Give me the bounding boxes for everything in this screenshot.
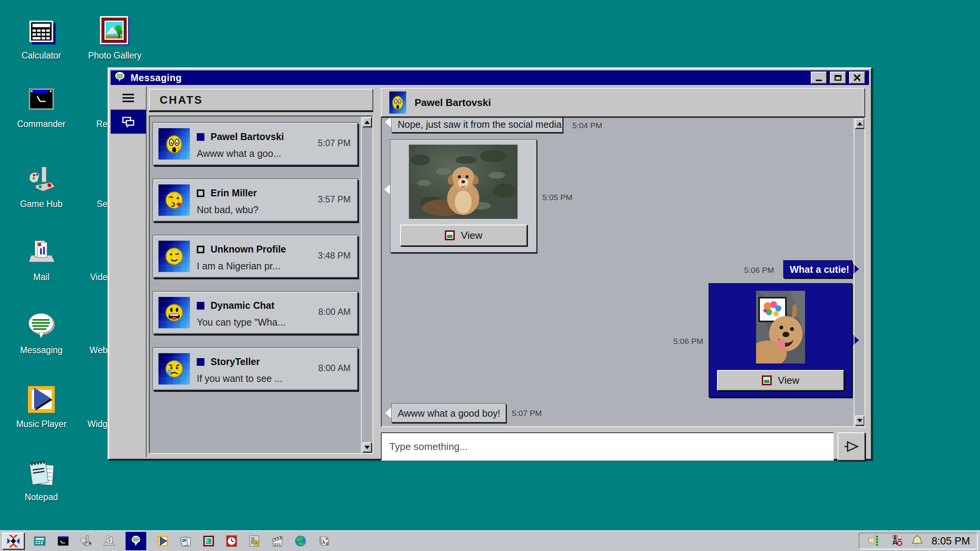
desktop-icon-notepad[interactable]: Notepad	[11, 457, 72, 502]
messages-scrollbar[interactable]	[854, 118, 864, 426]
scroll-down-button[interactable]	[363, 442, 372, 452]
chat-preview: Not bad, wbu?	[197, 204, 258, 215]
messaging-window: Messaging CHATS Pawel Bartovski Awww wha…	[108, 67, 872, 460]
chat-list: Pawel Bartovski Awww what a goo... 5:07 …	[149, 116, 373, 454]
antenna-offline-icon[interactable]	[889, 534, 903, 548]
minimize-button[interactable]	[811, 72, 827, 84]
message-text: Nope, just saw it from the social media.	[398, 119, 564, 130]
chat-time: 5:07 PM	[318, 138, 351, 148]
message-timestamp: 5:06 PM	[736, 266, 774, 275]
unread-indicator	[197, 133, 204, 141]
golden-retriever-outdoors-photo	[409, 145, 518, 219]
desktop-icon-label: Mail	[33, 272, 49, 282]
scroll-up-button[interactable]	[855, 119, 864, 129]
taskbar-icon-terminal[interactable]	[57, 535, 70, 548]
taskbar-icon-notepad[interactable]	[179, 535, 192, 548]
menu-button[interactable]	[111, 86, 146, 110]
desktop-icon-label: Re	[84, 119, 108, 129]
desktop-icon-commander[interactable]: Commander	[11, 84, 72, 129]
play-icon	[26, 384, 57, 415]
chat-item-erin-miller[interactable]: Erin Miller Not bad, wbu? 3:57 PM	[153, 179, 358, 222]
speaker-icon[interactable]	[866, 534, 881, 548]
view-button-label: View	[778, 375, 799, 386]
taskbar-icon-video-recorder[interactable]: 321	[271, 535, 284, 548]
unread-indicator	[197, 358, 204, 366]
taskbar: 321 λ# 8:05 PM	[0, 530, 980, 551]
view-image-button[interactable]: View	[400, 225, 527, 246]
taskbar-icon-clock[interactable]	[225, 535, 238, 548]
scared-face-avatar	[158, 128, 190, 160]
desktop-icon-messaging[interactable]: Messaging	[11, 310, 72, 355]
kiss-face-avatar	[158, 184, 190, 216]
chats-header: CHATS	[149, 89, 373, 111]
message-timestamp: 5:07 PM	[512, 409, 542, 418]
window-title-icon	[114, 71, 126, 84]
message-bubble-sent: What a cutie!	[783, 260, 852, 278]
desktop-icon-photo-gallery[interactable]: Photo Gallery	[84, 15, 145, 61]
send-button[interactable]	[838, 432, 865, 461]
message-input-bar	[381, 432, 865, 461]
taskbar-icon-game-hub[interactable]	[80, 535, 93, 548]
joystick-icon	[26, 164, 57, 195]
scroll-down-button[interactable]	[855, 416, 864, 425]
taskbar-icon-mail[interactable]	[103, 535, 116, 548]
calculator-icon	[26, 15, 57, 47]
desktop-icon-label: Music Player	[16, 419, 67, 429]
dice-lambda-glyph: λ	[322, 539, 325, 545]
cry-face-avatar	[158, 353, 190, 385]
message-text: What a cutie!	[790, 264, 849, 275]
chat-item-unknown-profile[interactable]: Unknown Profile I am a Nigerian pr... 3:…	[153, 235, 358, 278]
message-bubble-image-received: View	[390, 139, 537, 253]
chat-list-scrollbar[interactable]	[361, 116, 372, 453]
message-bubble-received: Awww what a good boy!	[391, 403, 506, 422]
desktop-icon-label: Web	[84, 345, 108, 355]
desktop-icon-mail[interactable]: Mail	[11, 237, 72, 282]
window-titlebar[interactable]: Messaging	[111, 70, 869, 85]
message-input[interactable]	[381, 432, 834, 461]
picture-icon	[445, 230, 455, 240]
taskbar-icon-photo-gallery[interactable]	[202, 535, 215, 548]
taskbar-icon-dice[interactable]: λ#	[317, 535, 330, 548]
start-button[interactable]	[2, 533, 24, 549]
chat-preview: Awww what a goo...	[197, 148, 281, 159]
taskbar-icon-web-browser[interactable]	[294, 535, 307, 548]
chat-item-dynamic-chat[interactable]: Dynamic Chat You can type "Wha... 8:00 A…	[153, 291, 358, 334]
chat-time: 8:00 AM	[318, 363, 351, 373]
framed-picture-icon	[99, 15, 131, 47]
desktop-icon-label: Vide	[84, 272, 108, 282]
taskbar-icons: 321 λ#	[34, 532, 330, 550]
scroll-up-button[interactable]	[363, 117, 372, 127]
message-area: Nope, just saw it from the social media.…	[381, 117, 865, 427]
chats-nav-button[interactable]	[111, 110, 146, 134]
desktop-icon-label: Messaging	[20, 345, 62, 355]
desktop-icon-calculator[interactable]: Calculator	[11, 15, 72, 61]
chat-name: Erin Miller	[211, 187, 257, 199]
chat-item-storyteller[interactable]: StoryTeller If you want to see ... 8:00 …	[153, 347, 358, 390]
desktop-icon-music-player[interactable]: Music Player	[11, 384, 72, 429]
view-image-button[interactable]: View	[717, 370, 844, 391]
contact-name: Pawel Bartovski	[415, 97, 491, 109]
wink-face-avatar	[158, 241, 190, 272]
close-button[interactable]	[849, 72, 865, 84]
taskbar-icon-messaging-active[interactable]	[126, 532, 146, 550]
taskbar-icon-settings[interactable]	[248, 535, 261, 548]
view-button-label: View	[461, 230, 482, 241]
read-indicator	[197, 246, 204, 253]
desktop-icon-game-hub[interactable]: Game Hub	[11, 164, 72, 209]
bell-icon[interactable]	[911, 534, 924, 548]
chat-item-pawel-bartovski[interactable]: Pawel Bartovski Awww what a goo... 5:07 …	[153, 122, 358, 165]
chat-time: 3:57 PM	[318, 194, 351, 205]
dice-hash-glyph: #	[326, 541, 328, 546]
chat-time: 3:48 PM	[318, 251, 351, 261]
chat-name: Pawel Bartovski	[211, 131, 284, 142]
read-indicator	[197, 189, 204, 197]
desktop-icon-label: Game Hub	[20, 199, 62, 209]
arrow-up-icon	[364, 121, 370, 124]
taskbar-icon-calculator[interactable]	[34, 535, 47, 548]
arrow-down-icon	[364, 446, 370, 449]
chat-preview: I am a Nigerian pr...	[197, 261, 280, 272]
close-icon	[853, 74, 861, 81]
maximize-button[interactable]	[830, 72, 846, 84]
conversation-header: Pawel Bartovski	[381, 88, 865, 117]
taskbar-icon-music-player[interactable]	[156, 535, 169, 548]
